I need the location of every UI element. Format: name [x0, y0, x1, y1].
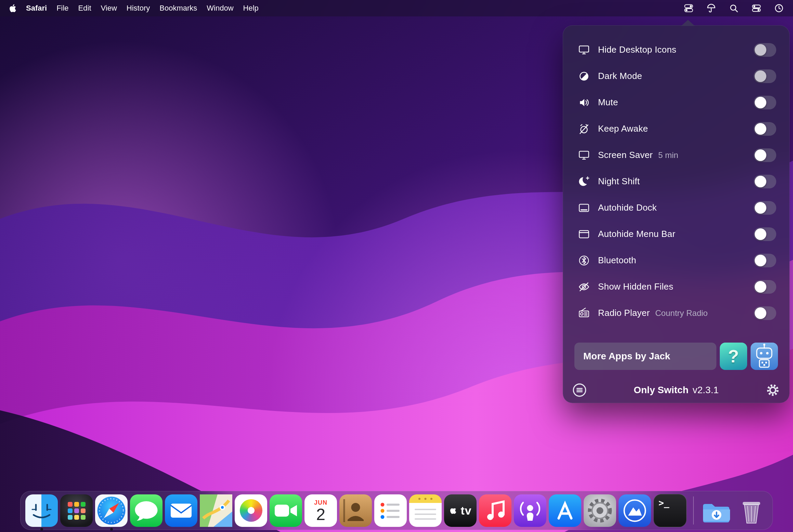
dock-system-preferences-icon[interactable] [584, 494, 616, 527]
calendar-day: 2 [316, 506, 325, 524]
desktop-icon [576, 44, 592, 56]
toggle-row-autohide-menu-bar: Autohide Menu Bar [563, 221, 789, 247]
radio-icon [576, 307, 592, 319]
dock-podcasts-icon[interactable] [514, 494, 546, 527]
toggle-row-keep-awake: Keep Awake [563, 116, 789, 142]
dock-apple-tv-icon[interactable]: tv [444, 494, 477, 527]
dock-calendar-icon[interactable]: JUN 2 [304, 494, 337, 527]
dark-mode-toggle[interactable] [754, 69, 776, 83]
dock: JUN 2 tv [20, 491, 773, 530]
dock-contacts-icon[interactable] [339, 494, 372, 527]
toggle-label: Keep Awake [598, 123, 648, 134]
show-hidden-files-icon [576, 281, 592, 293]
dock-downloads-folder-icon[interactable] [700, 494, 733, 527]
toggle-row-mute: Mute [563, 89, 789, 116]
dock-reminders-icon[interactable] [374, 494, 407, 527]
night-shift-toggle[interactable] [754, 175, 776, 188]
app-name: Only Switch [634, 385, 688, 395]
toggle-row-radio-player: Radio Player Country Radio [563, 300, 789, 326]
menu-list-icon[interactable] [572, 383, 587, 398]
dock-facetime-icon[interactable] [270, 494, 302, 527]
keep-awake-icon [576, 123, 592, 135]
dock-finder-icon[interactable] [25, 494, 58, 527]
menu-item-view[interactable]: View [96, 4, 122, 13]
night-shift-icon [576, 175, 592, 188]
toggle-row-show-hidden-files: Show Hidden Files [563, 274, 789, 300]
dock-mail-icon[interactable] [165, 494, 197, 527]
calendar-month: JUN [314, 500, 327, 506]
dock-app-store-icon[interactable] [549, 494, 581, 527]
terminal-prompt: >_ [659, 498, 669, 508]
toggle-list: Hide Desktop Icons Dark Mode Mute [563, 26, 789, 326]
desktop: Safari File Edit View History Bookmarks … [0, 0, 793, 532]
autohide-menu-bar-toggle[interactable] [754, 227, 776, 241]
toggle-label: Night Shift [598, 176, 640, 187]
dock-mountain-app-icon[interactable] [619, 494, 651, 527]
menu-status-area [684, 3, 784, 13]
dock-trash-icon[interactable] [735, 494, 768, 527]
toggle-row-dark-mode: Dark Mode [563, 63, 789, 89]
more-apps-row: More Apps by Jack ? [574, 343, 778, 370]
clock-icon[interactable] [774, 3, 784, 13]
menu-item-help[interactable]: Help [238, 4, 263, 13]
toggle-sublabel: Country Radio [655, 308, 707, 318]
toggle-label: Hide Desktop Icons [598, 44, 676, 55]
dock-music-icon[interactable] [479, 494, 511, 527]
dock-terminal-icon[interactable]: >_ [653, 494, 687, 527]
menu-item-file[interactable]: File [52, 4, 73, 13]
menu-bar: Safari File Edit View History Bookmarks … [0, 0, 793, 16]
question-app-icon[interactable]: ? [720, 343, 747, 370]
panel-footer: Only Switchv2.3.1 [563, 376, 789, 404]
toggle-label: Autohide Menu Bar [598, 229, 675, 239]
hide-desktop-icons-toggle[interactable] [754, 43, 776, 57]
toggle-label: Radio Player [598, 308, 650, 318]
dock-notes-icon[interactable] [409, 494, 442, 527]
autohide-dock-toggle[interactable] [754, 201, 776, 215]
toggle-label: Dark Mode [598, 71, 642, 81]
toggle-row-autohide-dock: Autohide Dock [563, 195, 789, 221]
toggle-label: Bluetooth [598, 255, 636, 266]
toggle-row-hide-desktop-icons: Hide Desktop Icons [563, 37, 789, 63]
screen-saver-icon [576, 149, 592, 161]
dock-maps-icon[interactable] [200, 494, 232, 527]
toggle-label: Screen Saver [598, 150, 653, 160]
mute-toggle[interactable] [754, 96, 776, 109]
settings-gear-icon[interactable] [765, 383, 780, 398]
app-title: Only Switchv2.3.1 [634, 385, 719, 396]
only-switch-panel: Hide Desktop Icons Dark Mode Mute [563, 25, 790, 403]
dark-mode-icon [576, 70, 592, 82]
dock-launchpad-icon[interactable] [60, 494, 93, 527]
umbrella-icon[interactable] [706, 3, 716, 13]
show-hidden-files-toggle[interactable] [754, 280, 776, 294]
toggle-label: Mute [598, 97, 618, 108]
menu-item-bookmarks[interactable]: Bookmarks [155, 4, 202, 13]
toggle-label: Show Hidden Files [598, 281, 673, 292]
toggle-label: Autohide Dock [598, 202, 657, 213]
menu-item-window[interactable]: Window [202, 4, 238, 13]
dock-safari-icon[interactable] [95, 494, 128, 527]
autohide-dock-icon [576, 202, 592, 214]
more-apps-banner[interactable]: More Apps by Jack [574, 343, 716, 370]
menu-item-edit[interactable]: Edit [74, 4, 96, 13]
app-version: v2.3.1 [692, 385, 718, 395]
robot-qr-app-icon[interactable] [751, 343, 778, 370]
bluetooth-toggle[interactable] [754, 254, 776, 267]
radio-player-toggle[interactable] [754, 306, 776, 320]
bluetooth-icon [576, 254, 592, 267]
apple-menu-icon[interactable] [9, 4, 18, 13]
dock-photos-icon[interactable] [235, 494, 267, 527]
photos-wheel [240, 499, 262, 522]
control-center-icon[interactable] [751, 3, 762, 13]
dock-separator [693, 496, 694, 524]
menu-item-history[interactable]: History [122, 4, 155, 13]
panel-arrow [681, 20, 695, 26]
search-icon[interactable] [729, 3, 739, 13]
switches-icon[interactable] [684, 3, 694, 13]
menu-app-name[interactable]: Safari [21, 4, 52, 13]
toggle-row-night-shift: Night Shift [563, 168, 789, 195]
keep-awake-toggle[interactable] [754, 122, 776, 136]
toggle-sublabel: 5 min [658, 150, 678, 160]
toggle-row-bluetooth: Bluetooth [563, 247, 789, 274]
dock-messages-icon[interactable] [130, 494, 162, 527]
screen-saver-toggle[interactable] [754, 148, 776, 162]
